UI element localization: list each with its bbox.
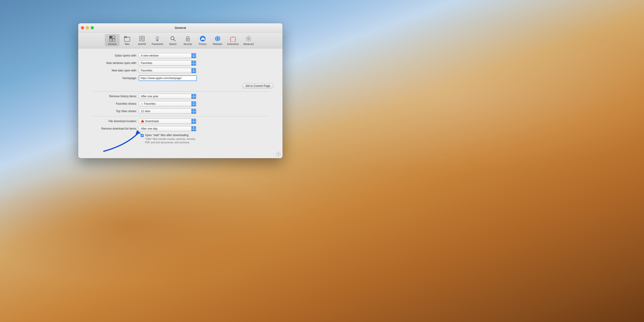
- toolbar-item-general[interactable]: General: [105, 34, 120, 46]
- content-area: Safari opens with: A new window A new pr…: [78, 48, 282, 158]
- open-safe-files-text-group: Open "safe" files after downloading "Saf…: [145, 134, 198, 144]
- websites-icon: [214, 35, 221, 42]
- new-windows-row: New windows open with: Favorites Bookmar…: [88, 60, 273, 66]
- svg-rect-2: [110, 39, 112, 42]
- toolbar-item-advanced[interactable]: Advanced: [241, 34, 256, 46]
- download-location-control: 📥 Downloads Desktop Ask for each downloa…: [139, 119, 197, 124]
- homepage-row: Homepage: https://www.apple.com/startpag…: [88, 76, 273, 81]
- toolbar-item-privacy[interactable]: Privacy: [195, 34, 210, 46]
- close-button[interactable]: [81, 26, 84, 29]
- download-location-select[interactable]: 📥 Downloads Desktop Ask for each downloa…: [139, 119, 197, 124]
- svg-line-18: [174, 39, 175, 41]
- toolbar-item-websites[interactable]: Websites: [210, 34, 225, 46]
- tabs-icon: [123, 35, 131, 42]
- toolbar-item-passwords[interactable]: Passwords: [150, 34, 166, 46]
- homepage-label: Homepage:: [88, 76, 139, 80]
- top-sites-label: Top Sites shows:: [88, 110, 139, 113]
- search-icon: [169, 35, 177, 42]
- favorites-shows-label: Favorites shows:: [88, 102, 139, 106]
- new-windows-label: New windows open with:: [88, 62, 139, 65]
- remove-downloads-control: Manually When Safari quits Upon successf…: [139, 126, 197, 131]
- privacy-label: Privacy: [199, 43, 206, 45]
- privacy-icon: [199, 35, 206, 42]
- advanced-label: Advanced: [244, 43, 254, 45]
- new-tabs-label: New tabs open with:: [88, 69, 139, 72]
- window-title: General: [175, 26, 186, 30]
- safari-opens-with-label: Safari opens with:: [88, 54, 139, 57]
- general-icon: [108, 35, 116, 42]
- general-label: General: [108, 43, 116, 45]
- toolbar-item-tabs[interactable]: Tabs: [120, 34, 134, 46]
- svg-rect-24: [202, 37, 203, 40]
- new-tabs-select[interactable]: Favorites Bookmarks History Empty Page: [139, 68, 197, 73]
- homepage-input[interactable]: https://www.apple.com/startpage/: [139, 76, 197, 81]
- remove-history-select[interactable]: After one day After one week After two w…: [139, 94, 197, 99]
- download-location-label: File download location:: [88, 120, 139, 123]
- homepage-control: https://www.apple.com/startpage/: [139, 76, 197, 81]
- svg-rect-21: [186, 39, 190, 40]
- new-tabs-row: New tabs open with: Favorites Bookmarks …: [88, 68, 273, 73]
- svg-rect-3: [112, 39, 115, 42]
- new-tabs-control: Favorites Bookmarks History Empty Page ▲…: [139, 68, 197, 73]
- svg-point-14: [157, 37, 158, 38]
- open-safe-files-label: Open "safe" files after downloading: [145, 134, 198, 137]
- svg-line-11: [143, 38, 145, 40]
- svg-rect-26: [201, 39, 202, 40]
- remove-downloads-row: Remove download list items: Manually Whe…: [88, 126, 273, 131]
- separator-1: [92, 91, 268, 92]
- toolbar-item-autofill[interactable]: AutoFill: [134, 34, 150, 46]
- toolbar-item-security[interactable]: Security: [180, 34, 195, 46]
- help-button[interactable]: ?: [276, 152, 281, 156]
- top-sites-row: Top Sites shows: 6 sites 12 sites 24 sit…: [88, 109, 273, 114]
- svg-marker-12: [143, 40, 144, 40]
- extensions-label: Extensions: [228, 43, 239, 45]
- passwords-label: Passwords: [152, 43, 163, 45]
- separator-2: [92, 116, 268, 116]
- traffic-lights: [81, 26, 94, 29]
- open-safe-files-row: Open "safe" files after downloading "Saf…: [140, 134, 273, 144]
- svg-line-38: [246, 37, 247, 38]
- remove-history-label: Remove history items:: [88, 95, 139, 98]
- remove-history-control: After one day After one week After two w…: [139, 94, 197, 99]
- safari-opens-with-row: Safari opens with: A new window A new pr…: [88, 53, 273, 58]
- svg-rect-1: [112, 36, 115, 38]
- favorites-shows-select[interactable]: ☆ Favorites Bookmarks Bar Bookmarks Menu: [139, 101, 197, 106]
- toolbar: General Tabs: [78, 32, 282, 48]
- maximize-button[interactable]: [91, 26, 94, 29]
- svg-rect-5: [124, 36, 126, 38]
- toolbar-item-extensions[interactable]: Extensions: [225, 34, 241, 46]
- svg-line-40: [250, 37, 250, 38]
- open-safe-files-checkbox[interactable]: [140, 134, 144, 137]
- safari-opens-with-select[interactable]: A new window A new private window All wi…: [139, 53, 197, 58]
- remove-downloads-label: Remove download list items:: [88, 127, 139, 130]
- extensions-icon: [229, 35, 237, 42]
- svg-rect-0: [110, 36, 112, 38]
- minimize-button[interactable]: [86, 26, 89, 29]
- set-current-page-button[interactable]: Set to Current Page: [242, 83, 273, 88]
- search-label: Search: [169, 43, 177, 45]
- websites-label: Websites: [213, 43, 222, 45]
- svg-line-39: [250, 40, 250, 41]
- advanced-icon: [245, 35, 252, 42]
- top-sites-select[interactable]: 6 sites 12 sites 24 sites: [139, 109, 197, 114]
- download-location-row: File download location: 📥 Downloads Desk…: [88, 119, 273, 124]
- favorites-shows-row: Favorites shows: ☆ Favorites Bookmarks B…: [88, 101, 273, 106]
- svg-point-33: [248, 38, 250, 40]
- titlebar: General: [78, 23, 282, 32]
- new-windows-control: Favorites Bookmarks History Empty Page ▲…: [139, 60, 197, 66]
- security-icon: [184, 35, 192, 42]
- passwords-icon: [154, 35, 161, 42]
- top-sites-control: 6 sites 12 sites 24 sites ▲ ▼: [139, 109, 197, 114]
- open-safe-files-description: "Safe" files include movies, pictures, s…: [145, 137, 198, 144]
- new-windows-select[interactable]: Favorites Bookmarks History Empty Page: [139, 60, 197, 66]
- toolbar-item-search[interactable]: Search: [166, 34, 180, 46]
- set-current-page-row: Set to Current Page: [140, 83, 273, 88]
- svg-rect-27: [204, 38, 204, 40]
- preferences-window: General General Tabs: [78, 23, 282, 158]
- svg-line-41: [246, 40, 247, 41]
- remove-history-row: Remove history items: After one day Afte…: [88, 94, 273, 99]
- safari-opens-with-control: A new window A new private window All wi…: [139, 53, 197, 58]
- svg-rect-25: [203, 38, 204, 40]
- remove-downloads-select[interactable]: Manually When Safari quits Upon successf…: [139, 126, 197, 131]
- autofill-icon: [138, 35, 146, 42]
